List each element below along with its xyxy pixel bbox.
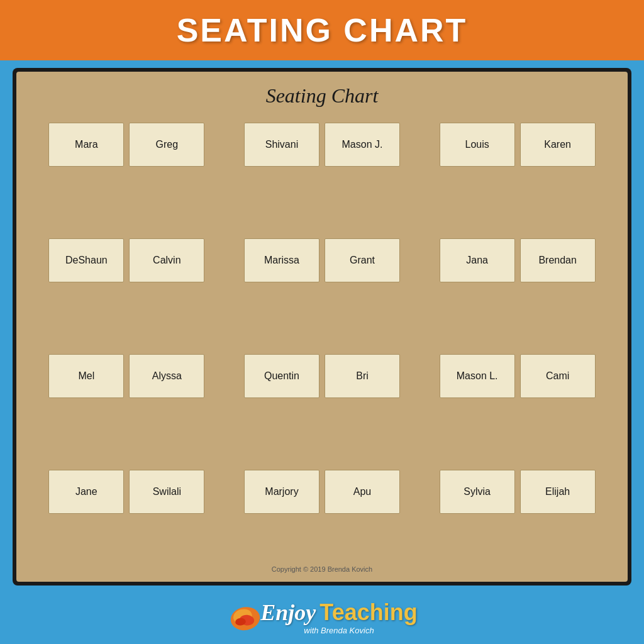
seat-bri: Bri	[325, 354, 400, 398]
seat-calvin: Calvin	[129, 238, 204, 282]
seat-grant: Grant	[325, 238, 400, 282]
logo-teaching-text: Teaching	[319, 599, 417, 626]
seat-jane: Jane	[48, 470, 124, 514]
logo-sub-text: with Brenda Kovich	[260, 626, 417, 635]
seat-apu: Apu	[325, 470, 400, 514]
seat-group: Shivani Mason J.	[231, 123, 414, 213]
chart-frame: Seating Chart Mara Greg Shivani Mason J.…	[13, 68, 631, 586]
seat-alyssa: Alyssa	[129, 354, 204, 398]
seat-group: Mara Greg	[35, 123, 218, 213]
chart-inner: Seating Chart Mara Greg Shivani Mason J.…	[16, 72, 628, 582]
seat-shivani: Shivani	[244, 123, 319, 167]
seat-elijah: Elijah	[520, 470, 596, 514]
seat-karen: Karen	[520, 123, 596, 167]
seat-marjory: Marjory	[244, 470, 319, 514]
page-title: SEATING CHART	[0, 11, 644, 49]
seat-louis: Louis	[440, 123, 515, 167]
seat-mason-l: Mason L.	[440, 354, 515, 398]
chart-subtitle: Seating Chart	[266, 84, 379, 108]
seat-mason-j: Mason J.	[325, 123, 400, 167]
header-banner: SEATING CHART	[0, 0, 644, 60]
copyright-text: Copyright © 2019 Brenda Kovich	[272, 565, 372, 573]
logo-top-row: Enjoy Teaching	[260, 599, 417, 626]
seat-group: Quentin Bri	[231, 354, 414, 445]
seat-marissa: Marissa	[244, 238, 319, 282]
seats-grid: Mara Greg Shivani Mason J. Louis Karen D…	[35, 123, 609, 560]
seat-mara: Mara	[48, 123, 124, 167]
seat-group: Mason L. Cami	[426, 354, 609, 445]
seat-group: Jana Brendan	[426, 238, 609, 329]
seat-swilali: Swilali	[129, 470, 204, 514]
paint-splash-icon	[226, 602, 264, 633]
seat-deshaun: DeShaun	[48, 238, 124, 282]
seat-quentin: Quentin	[244, 354, 319, 398]
seat-group: Marjory Apu	[231, 470, 414, 560]
logo-text-block: Enjoy Teaching with Brenda Kovich	[260, 599, 417, 635]
seat-group: Louis Karen	[426, 123, 609, 213]
seat-group: Sylvia Elijah	[426, 470, 609, 560]
seat-mel: Mel	[48, 354, 124, 398]
seat-group: Marissa Grant	[231, 238, 414, 329]
logo-enjoy-text: Enjoy	[260, 599, 316, 626]
seat-jana: Jana	[440, 238, 515, 282]
seat-brendan: Brendan	[520, 238, 596, 282]
seat-greg: Greg	[129, 123, 204, 167]
seat-sylvia: Sylvia	[440, 470, 515, 514]
seat-group: Mel Alyssa	[35, 354, 218, 445]
footer-logo: Enjoy Teaching with Brenda Kovich	[0, 593, 644, 644]
logo-container: Enjoy Teaching with Brenda Kovich	[226, 599, 417, 635]
seat-group: DeShaun Calvin	[35, 238, 218, 329]
seat-cami: Cami	[520, 354, 596, 398]
seat-group: Jane Swilali	[35, 470, 218, 560]
